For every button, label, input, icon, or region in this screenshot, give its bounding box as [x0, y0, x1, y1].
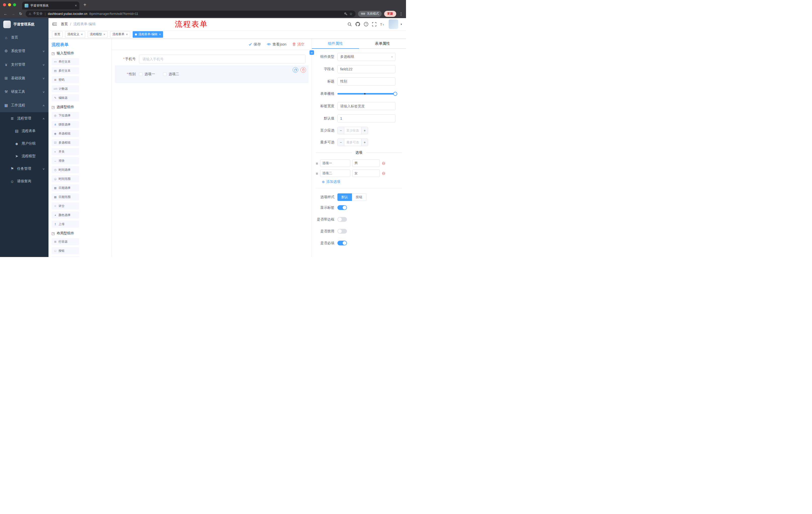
copy-component-button[interactable]	[293, 67, 298, 73]
sidebar-item-dashboard[interactable]: ⌂ 首页	[0, 31, 49, 44]
title-input[interactable]	[338, 77, 396, 85]
close-icon[interactable]: ×	[104, 32, 106, 36]
drag-handle-icon[interactable]: ≡	[316, 171, 318, 175]
tab-form-properties[interactable]: 表单属性	[359, 39, 406, 48]
style-button-button[interactable]: 按钮	[352, 193, 366, 201]
view-json-button[interactable]: 查看json	[267, 42, 286, 47]
component-item[interactable]: ☑多选框组	[52, 139, 79, 146]
style-default-button[interactable]: 默认	[338, 193, 352, 201]
tab-process-form-edit[interactable]: 流程表单-编辑 ×	[133, 31, 163, 38]
hamburger-icon[interactable]	[53, 22, 57, 26]
component-item[interactable]: ⊞行容器	[52, 238, 79, 245]
option-label-input[interactable]	[320, 169, 350, 177]
slider-runway[interactable]	[338, 93, 396, 94]
component-item[interactable]: ◕颜色选择	[52, 212, 79, 218]
component-item[interactable]: ◶时间范围	[52, 175, 79, 182]
reload-icon[interactable]: ↻	[18, 11, 23, 16]
component-item[interactable]: □按钮	[52, 247, 79, 254]
avatar-caret-icon[interactable]: ▾	[401, 23, 402, 26]
increase-button[interactable]: +	[361, 127, 368, 134]
sidebar-item-system-management[interactable]: ⚙ 系统管理 ∨	[0, 44, 49, 58]
option-value-input[interactable]	[352, 159, 380, 167]
tab-component-properties[interactable]: 组件属性	[312, 39, 359, 48]
component-item[interactable]: ⋔级联选择	[52, 121, 79, 128]
decrease-button[interactable]: −	[338, 127, 344, 134]
border-toggle[interactable]	[338, 217, 347, 222]
remove-option-icon[interactable]: ⊖	[382, 161, 385, 165]
sidebar-item-process-management[interactable]: ≣ 流程管理 ∧	[0, 112, 49, 125]
clear-button[interactable]: 清空	[292, 42, 304, 47]
close-icon[interactable]: ×	[126, 32, 128, 36]
sidebar-item-leave-query[interactable]: ☺ 请假查询	[0, 175, 49, 188]
gender-field-selected-block[interactable]: *性别 选项一 选项二	[115, 65, 309, 83]
link-icon[interactable]: ∞	[310, 50, 314, 55]
show-label-toggle[interactable]	[338, 205, 347, 210]
option-label-input[interactable]	[320, 159, 350, 167]
component-item[interactable]: ⊠密码	[52, 76, 79, 83]
back-icon[interactable]: ←	[3, 11, 8, 16]
sidebar-item-infrastructure[interactable]: ⊞ 基础设施 ∨	[0, 72, 49, 85]
component-item[interactable]: ▦表格[开发中]	[52, 256, 79, 257]
delete-component-button[interactable]	[300, 67, 306, 73]
component-item[interactable]: ◉单选框组	[52, 130, 79, 137]
drag-handle-icon[interactable]: ≡	[316, 161, 318, 165]
component-item[interactable]: ▭单行文本	[52, 58, 79, 65]
decrease-button[interactable]: −	[338, 139, 344, 146]
add-option-button[interactable]: ⊕ 添加选项	[316, 180, 402, 184]
component-type-select[interactable]: 多选框组 ▾	[338, 53, 396, 61]
component-item[interactable]: ↔滑块	[52, 157, 79, 164]
label-width-input[interactable]	[338, 102, 396, 110]
sidebar-item-task-management[interactable]: ⚑ 任务管理 ∨	[0, 162, 49, 175]
new-tab-button[interactable]: +	[83, 2, 86, 8]
component-item[interactable]: ↥上传	[52, 220, 79, 227]
component-item[interactable]: ◎下拉选择	[52, 112, 79, 119]
chrome-update-button[interactable]: 更新	[384, 11, 396, 17]
close-window-button[interactable]	[3, 3, 6, 6]
search-icon[interactable]	[347, 22, 352, 26]
browser-tab[interactable]: 芋道管理系统 ×	[22, 1, 79, 9]
password-key-icon[interactable]	[344, 12, 347, 16]
component-item[interactable]: ▩日期范围	[52, 193, 79, 200]
close-icon[interactable]: ×	[159, 32, 161, 36]
slider-handle[interactable]	[393, 92, 397, 96]
disabled-toggle[interactable]	[338, 229, 347, 234]
address-bar[interactable]: ⚠ 不安全 | dashboard.yudao.iocoder.cn/bpm/m…	[26, 10, 355, 17]
tab-close-icon[interactable]: ×	[75, 3, 77, 7]
fullscreen-icon[interactable]	[372, 22, 376, 26]
component-item[interactable]: 123计数器	[52, 85, 79, 92]
component-item[interactable]: ✎编辑器	[52, 94, 79, 101]
save-button[interactable]: 保存	[249, 42, 261, 47]
checkbox-option[interactable]: 选项一	[139, 72, 155, 77]
remove-option-icon[interactable]: ⊖	[382, 171, 385, 175]
field-name-input[interactable]	[338, 65, 396, 73]
component-item[interactable]: ☆评分	[52, 202, 79, 210]
sidebar-item-process-form[interactable]: ▤ 流程表单	[0, 125, 49, 137]
bookmark-star-icon[interactable]: ☆	[349, 12, 352, 16]
close-icon[interactable]: ×	[81, 32, 83, 36]
user-avatar[interactable]	[389, 19, 398, 29]
phone-field-row[interactable]: *手机号	[115, 55, 309, 63]
help-icon[interactable]: ?	[364, 22, 368, 26]
sidebar-item-workflow[interactable]: ▦ 工作流程 ∧	[0, 99, 49, 112]
tab-home[interactable]: 首页	[52, 31, 63, 38]
browser-menu-icon[interactable]: ⋮	[399, 11, 403, 16]
required-toggle[interactable]	[338, 241, 347, 245]
font-size-icon[interactable]: TT	[380, 22, 385, 26]
increase-button[interactable]: +	[361, 139, 368, 146]
form-canvas[interactable]: *手机号	[112, 50, 312, 257]
default-value-input[interactable]	[338, 114, 396, 123]
zoom-window-button[interactable]	[13, 3, 16, 6]
sidebar-item-payment-management[interactable]: ¥ 支付管理 ∨	[0, 58, 49, 72]
forward-icon[interactable]: →	[10, 11, 16, 16]
component-item[interactable]: ▤多行文本	[52, 67, 79, 74]
component-item[interactable]: ◐开关	[52, 148, 79, 155]
sidebar-logo[interactable]: 芋道管理系统	[0, 18, 49, 31]
phone-input[interactable]	[139, 55, 306, 63]
tab-process-form[interactable]: 流程表单 ×	[110, 31, 130, 38]
github-icon[interactable]	[355, 22, 360, 26]
sidebar-item-process-model[interactable]: ➤ 流程模型	[0, 150, 49, 162]
component-item[interactable]: ▦日期选择	[52, 184, 79, 191]
tab-process-model[interactable]: 流程模型 ×	[88, 31, 108, 38]
minimize-window-button[interactable]	[8, 3, 11, 6]
breadcrumb-root[interactable]: 首页	[61, 22, 68, 26]
